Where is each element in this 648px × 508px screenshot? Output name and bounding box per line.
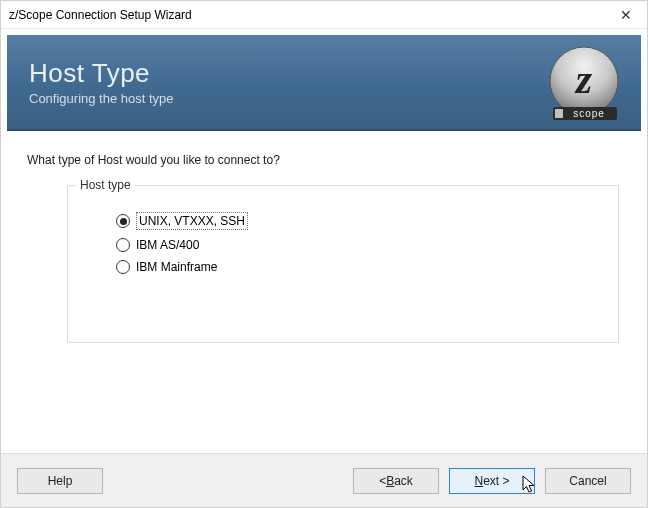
radio-icon — [116, 260, 130, 274]
radio-label: IBM Mainframe — [136, 260, 217, 274]
back-mn: B — [386, 474, 394, 488]
radio-icon — [116, 214, 130, 228]
window-title: z/Scope Connection Setup Wizard — [9, 8, 192, 22]
radio-icon — [116, 238, 130, 252]
wizard-window: z/Scope Connection Setup Wizard ✕ Host T… — [0, 0, 648, 508]
svg-rect-3 — [555, 109, 563, 118]
content-area: What type of Host would you like to conn… — [1, 131, 647, 453]
next-button[interactable]: Next > — [449, 468, 535, 494]
radio-ibm-as400[interactable]: IBM AS/400 — [116, 238, 598, 252]
radio-label: UNIX, VTXXX, SSH — [136, 212, 248, 230]
next-rest: ext > — [483, 474, 509, 488]
radio-unix-vtxxx-ssh[interactable]: UNIX, VTXXX, SSH — [116, 212, 598, 230]
back-rest: ack — [394, 474, 413, 488]
titlebar: z/Scope Connection Setup Wizard ✕ — [1, 1, 647, 29]
zscope-logo-icon: z scope — [545, 45, 623, 123]
cursor-icon — [522, 475, 538, 495]
host-type-question: What type of Host would you like to conn… — [27, 153, 629, 167]
back-button[interactable]: < Back — [353, 468, 439, 494]
cancel-label: Cancel — [569, 474, 606, 488]
next-mn: N — [474, 474, 483, 488]
help-button[interactable]: Help — [17, 468, 103, 494]
banner: Host Type Configuring the host type z sc… — [7, 35, 641, 131]
banner-text: Host Type Configuring the host type — [7, 58, 174, 106]
close-button[interactable]: ✕ — [605, 1, 647, 29]
radio-label: IBM AS/400 — [136, 238, 199, 252]
svg-text:z: z — [574, 56, 593, 102]
svg-text:scope: scope — [573, 108, 605, 119]
banner-title: Host Type — [29, 58, 174, 89]
footer: Help < Back Next > Cancel — [1, 453, 647, 507]
fieldset-legend: Host type — [76, 178, 135, 192]
close-icon: ✕ — [620, 7, 632, 23]
cancel-button[interactable]: Cancel — [545, 468, 631, 494]
radio-ibm-mainframe[interactable]: IBM Mainframe — [116, 260, 598, 274]
host-type-fieldset: Host type UNIX, VTXXX, SSH IBM AS/400 IB… — [67, 185, 619, 343]
banner-subtitle: Configuring the host type — [29, 91, 174, 106]
back-prefix: < — [379, 474, 386, 488]
help-label: Help — [48, 474, 73, 488]
